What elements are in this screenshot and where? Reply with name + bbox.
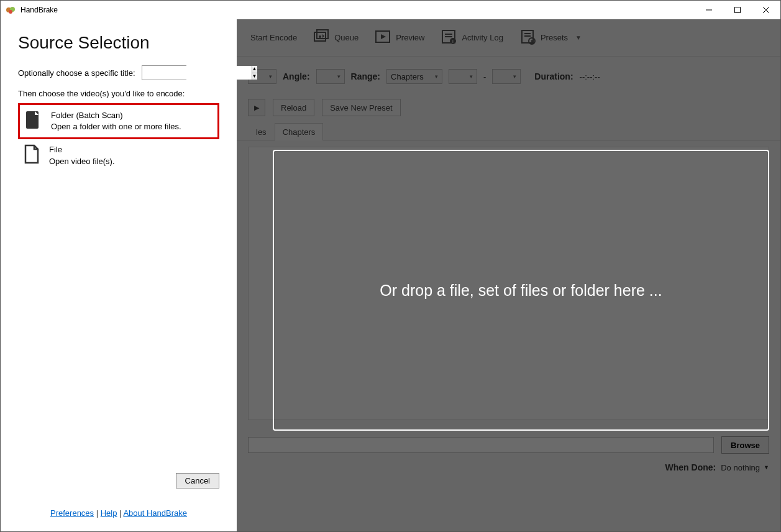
save-as-input[interactable] [248,437,714,453]
presets-icon [519,29,536,47]
spinner-down-icon[interactable]: ▼ [252,73,257,80]
activity-log-label: Activity Log [462,33,503,42]
source-option-folder[interactable]: Folder (Batch Scan) Open a folder with o… [18,103,219,139]
link-sep: | [96,508,101,518]
title-number-input[interactable] [142,66,252,80]
folder-batch-icon [25,110,42,130]
then-choose-text: Then choose the video(s) you'd like to e… [18,89,219,98]
preset-play-button[interactable]: ▶ [248,99,265,116]
when-done-combo[interactable]: Do nothing ▼ [721,463,769,472]
range-type-combo[interactable]: Chapters▾ [386,69,442,84]
source-controls-row: ▾ Angle: ▾ Range: Chapters▾ ▾ - ▾ Durati… [237,57,780,90]
chevron-down-icon: ▼ [764,464,769,470]
main-toolbar: Start Encode Queue Preview i Activity Lo… [237,19,780,57]
save-as-row: Browse [237,430,780,460]
duration-label: Duration: [534,71,573,81]
tab-partial[interactable]: les [248,123,275,140]
tabs-row: les Chapters [237,122,780,140]
queue-label: Queue [334,33,359,42]
preset-controls-row: ▶ Reload Save New Preset [237,90,780,122]
range-start-combo[interactable]: ▾ [449,69,477,84]
save-preset-button[interactable]: Save New Preset [322,99,400,116]
svg-text:i: i [453,39,454,44]
presets-label: Presets [541,33,568,42]
queue-button[interactable]: Queue [306,25,366,50]
help-link[interactable]: Help [101,508,117,518]
when-done-value: Do nothing [721,463,760,472]
optional-title-row: Optionally choose a specific title: ▲ ▼ [18,65,219,80]
angle-combo[interactable]: ▾ [316,69,345,84]
file-icon [23,144,40,164]
svg-point-2 [9,10,12,14]
activity-log-button[interactable]: i Activity Log [433,25,510,50]
preferences-link[interactable]: Preferences [50,508,94,518]
window-title: HandBrake [21,6,58,14]
preview-label: Preview [396,33,424,42]
folder-option-sub: Open a folder with one or more files. [51,121,181,132]
source-option-file[interactable]: File Open video file(s). [18,139,219,172]
svg-point-10 [319,35,321,38]
tab-chapters[interactable]: Chapters [275,123,324,140]
folder-option-title: Folder (Batch Scan) [51,110,181,121]
minimize-button[interactable] [695,1,723,19]
drop-zone[interactable]: Or drop a file, set of files or folder h… [273,150,769,431]
cancel-button[interactable]: Cancel [176,473,219,488]
close-button[interactable] [752,1,780,19]
source-selection-heading: Source Selection [18,33,219,53]
range-label: Range: [351,71,380,81]
presets-button[interactable]: Presets ▼ [512,25,589,50]
preview-button[interactable]: Preview [367,25,432,50]
drop-zone-text: Or drop a file, set of files or folder h… [380,282,662,300]
svg-rect-4 [735,7,741,13]
optional-title-label: Optionally choose a specific title: [18,68,135,78]
file-option-sub: Open video file(s). [49,156,115,167]
chevron-down-icon: ▼ [575,34,582,41]
when-done-label: When Done: [665,462,716,472]
reload-label: Reload [281,103,306,112]
range-end-combo[interactable]: ▾ [492,69,521,84]
start-encode-button[interactable]: Start Encode [243,29,304,46]
browse-button[interactable]: Browse [721,436,769,454]
maximize-button[interactable] [723,1,752,19]
source-selection-panel: Source Selection Optionally choose a spe… [1,19,237,531]
svg-point-21 [531,40,532,42]
file-option-title: File [49,144,115,155]
activity-log-icon: i [441,29,457,47]
when-done-row: When Done: Do nothing ▼ [237,460,780,479]
range-type-value: Chapters [391,72,424,81]
range-sep: - [483,72,486,81]
duration-value: --:--:-- [580,72,600,81]
footer-links: Preferences | Help | About HandBrake [50,508,187,518]
start-encode-label: Start Encode [250,33,297,42]
queue-icon [313,29,329,47]
angle-label: Angle: [283,71,310,81]
spinner-up-icon[interactable]: ▲ [252,66,257,73]
title-number-spinner[interactable]: ▲ ▼ [142,65,186,80]
titlebar: HandBrake [1,1,780,19]
reload-button[interactable]: Reload [273,99,314,116]
window-controls [695,1,780,19]
save-preset-label: Save New Preset [330,103,392,112]
preview-icon [375,29,391,47]
main-workspace: Start Encode Queue Preview i Activity Lo… [237,19,780,531]
about-link[interactable]: About HandBrake [123,508,187,518]
app-icon [6,5,16,15]
